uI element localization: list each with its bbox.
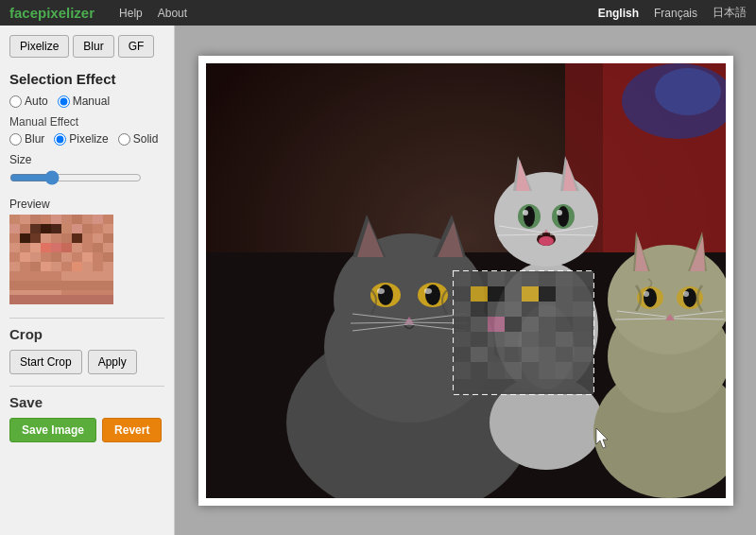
mode-radio-group: Auto Manual xyxy=(9,95,164,108)
svg-rect-10 xyxy=(9,224,20,233)
svg-rect-0 xyxy=(9,215,20,224)
svg-point-95 xyxy=(494,172,598,267)
cats-image xyxy=(206,63,726,498)
svg-rect-19 xyxy=(103,224,113,233)
lang-french[interactable]: Français xyxy=(654,7,697,20)
app-logo: facepixelizer xyxy=(9,5,94,21)
topbar: facepixelizer Help About English Françai… xyxy=(0,0,756,26)
divider-1 xyxy=(9,318,164,319)
svg-rect-153 xyxy=(505,302,522,317)
start-crop-button[interactable]: Start Crop xyxy=(9,350,82,374)
solid-effect-label[interactable]: Solid xyxy=(118,132,159,146)
svg-point-104 xyxy=(523,210,528,216)
auto-radio-label[interactable]: Auto xyxy=(9,95,48,108)
svg-rect-57 xyxy=(82,262,93,271)
svg-rect-22 xyxy=(30,233,41,243)
save-title: Save xyxy=(9,394,164,410)
svg-rect-146 xyxy=(522,286,539,302)
svg-point-116 xyxy=(608,245,726,354)
blur-effect-radio[interactable] xyxy=(9,133,22,146)
svg-rect-149 xyxy=(573,286,593,302)
size-slider[interactable] xyxy=(9,170,142,185)
svg-rect-164 xyxy=(556,317,573,332)
svg-rect-169 xyxy=(505,332,522,347)
svg-rect-6 xyxy=(72,215,82,224)
svg-point-84 xyxy=(377,288,385,294)
svg-rect-177 xyxy=(505,347,522,362)
svg-rect-190 xyxy=(454,379,593,394)
lang-english[interactable]: English xyxy=(598,7,639,20)
svg-rect-61 xyxy=(61,271,113,281)
svg-rect-11 xyxy=(20,224,30,233)
svg-rect-25 xyxy=(61,233,72,243)
main-image[interactable] xyxy=(206,63,726,498)
svg-rect-148 xyxy=(556,286,573,302)
svg-rect-144 xyxy=(488,286,505,302)
pixelize-btn[interactable]: Pixelize xyxy=(9,35,69,58)
manual-radio[interactable] xyxy=(58,95,70,108)
svg-rect-3 xyxy=(41,215,51,224)
svg-rect-23 xyxy=(41,233,51,243)
save-image-button[interactable]: Save Image xyxy=(9,418,96,442)
svg-rect-54 xyxy=(51,262,61,271)
blur-btn[interactable]: Blur xyxy=(73,35,113,58)
svg-rect-1 xyxy=(20,215,30,224)
svg-point-125 xyxy=(644,291,649,297)
effect-buttons-group: Pixelize Blur GF xyxy=(9,35,164,58)
manual-effect-label: Manual Effect xyxy=(9,115,164,129)
svg-rect-141 xyxy=(573,271,593,286)
svg-rect-46 xyxy=(72,252,82,262)
pixelize-effect-label[interactable]: Pixelize xyxy=(54,132,108,146)
svg-rect-21 xyxy=(20,233,30,243)
solid-effect-radio[interactable] xyxy=(118,133,130,146)
auto-label: Auto xyxy=(25,95,48,108)
svg-rect-178 xyxy=(522,347,539,362)
solid-effect-text: Solid xyxy=(133,132,159,146)
svg-rect-43 xyxy=(41,252,51,262)
svg-rect-52 xyxy=(30,262,41,271)
manual-radio-label[interactable]: Manual xyxy=(58,95,110,108)
svg-rect-136 xyxy=(488,271,505,286)
svg-rect-27 xyxy=(82,233,93,243)
svg-rect-176 xyxy=(488,347,505,362)
svg-rect-180 xyxy=(556,347,573,362)
svg-rect-44 xyxy=(51,252,61,262)
main-layout: Pixelize Blur GF Selection Effect Auto M… xyxy=(0,26,756,535)
svg-rect-59 xyxy=(103,262,113,271)
svg-rect-53 xyxy=(41,262,51,271)
svg-rect-47 xyxy=(82,252,93,262)
svg-rect-39 xyxy=(103,243,113,252)
svg-rect-65 xyxy=(9,295,113,304)
svg-rect-24 xyxy=(51,233,61,243)
about-nav[interactable]: About xyxy=(158,7,187,20)
svg-rect-184 xyxy=(488,362,505,379)
image-container[interactable] xyxy=(198,56,733,506)
auto-radio[interactable] xyxy=(9,95,22,108)
svg-rect-29 xyxy=(103,233,113,243)
svg-rect-55 xyxy=(61,262,72,271)
size-label: Size xyxy=(9,153,164,166)
lang-japanese[interactable]: 日本語 xyxy=(713,5,747,21)
svg-rect-32 xyxy=(30,243,41,252)
preview-image xyxy=(9,215,113,304)
help-nav[interactable]: Help xyxy=(119,7,143,20)
svg-rect-172 xyxy=(556,332,573,347)
pixelize-effect-radio[interactable] xyxy=(54,133,66,146)
blur-effect-text: Blur xyxy=(25,132,44,146)
svg-rect-58 xyxy=(93,262,103,271)
svg-point-126 xyxy=(683,291,689,297)
svg-rect-161 xyxy=(505,317,522,332)
svg-rect-51 xyxy=(20,262,30,271)
svg-rect-5 xyxy=(61,215,72,224)
blur-effect-label[interactable]: Blur xyxy=(9,132,44,146)
svg-rect-38 xyxy=(93,243,103,252)
svg-rect-168 xyxy=(488,332,505,347)
svg-rect-182 xyxy=(454,362,471,379)
svg-rect-20 xyxy=(9,233,20,243)
svg-rect-33 xyxy=(41,243,51,252)
revert-button[interactable]: Revert xyxy=(102,418,162,442)
apply-button[interactable]: Apply xyxy=(88,350,137,374)
svg-rect-174 xyxy=(454,347,471,362)
svg-rect-156 xyxy=(556,302,573,317)
gf-btn[interactable]: GF xyxy=(118,35,155,58)
